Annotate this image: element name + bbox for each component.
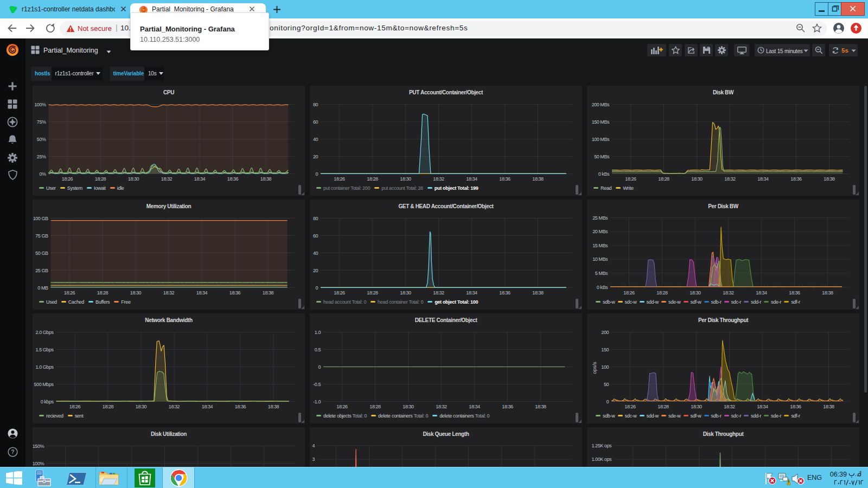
svg-text:?: ? <box>11 449 14 455</box>
svg-text:06:39: 06:39 <box>830 471 847 478</box>
